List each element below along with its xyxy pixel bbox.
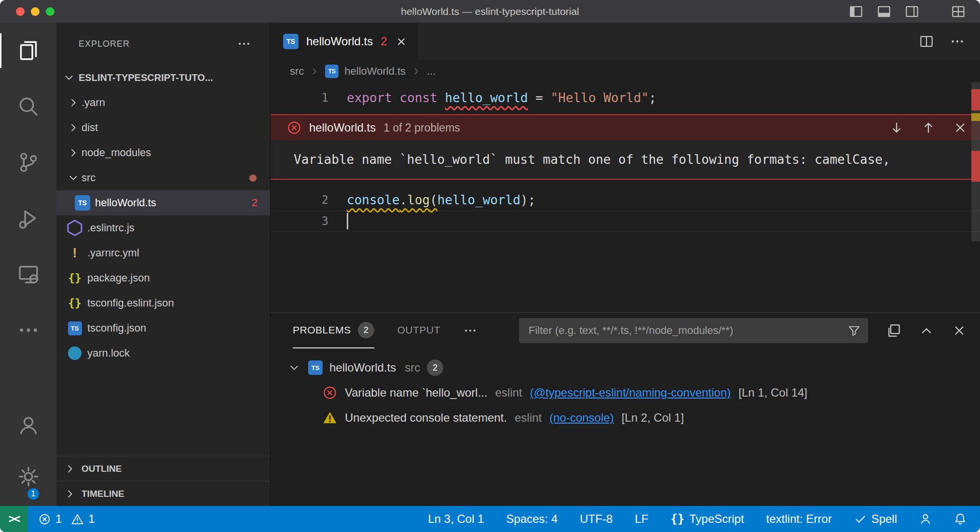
- file-item-src[interactable]: src: [56, 165, 270, 190]
- file-item-tsconfig-eslint-json[interactable]: {}tsconfig.eslint.json: [56, 291, 270, 316]
- next-problem-icon[interactable]: [889, 120, 904, 135]
- close-tab-icon[interactable]: ×: [397, 34, 406, 49]
- file-item-package-json[interactable]: {}package.json: [56, 266, 270, 291]
- file-item-dist[interactable]: dist: [56, 115, 270, 140]
- zoom-window-button[interactable]: [46, 7, 54, 16]
- code-token: =: [528, 91, 551, 105]
- close-window-button[interactable]: [16, 7, 25, 16]
- previous-problem-icon[interactable]: [921, 120, 936, 135]
- status-item-lf[interactable]: LF: [635, 506, 648, 532]
- overview-ruler-error-marker: [971, 89, 980, 110]
- status-warning-count: 1: [88, 512, 95, 526]
- outline-section-header[interactable]: OUTLINE: [56, 456, 270, 481]
- activity-item-explorer[interactable]: [0, 23, 56, 79]
- status-item-spell[interactable]: Spell: [854, 506, 897, 532]
- problem-rule-link[interactable]: (@typescript-eslint/naming-convention): [530, 386, 731, 399]
- problem-row-error[interactable]: Variable name `hello_worl...eslint(@type…: [271, 380, 980, 405]
- activity-item-remote-explorer[interactable]: [0, 246, 56, 302]
- move-panel-icon[interactable]: [886, 323, 901, 338]
- code-token: "Hello World": [551, 91, 649, 105]
- toggle-panel-icon[interactable]: [877, 4, 891, 19]
- problem-location: [Ln 2, Col 1]: [622, 411, 684, 425]
- breadcrumb-folder[interactable]: src: [290, 65, 304, 78]
- status-problems[interactable]: 1 1: [28, 506, 110, 532]
- problem-rule-link[interactable]: (no-console): [549, 411, 613, 425]
- filter-input[interactable]: [529, 324, 848, 337]
- file-item-tsconfig-json[interactable]: TStsconfig.json: [56, 316, 270, 341]
- status-item-bell[interactable]: [954, 506, 966, 532]
- timeline-section-header[interactable]: TIMELINE: [56, 481, 270, 506]
- breadcrumb: src TS helloWorld.ts ...: [271, 60, 980, 82]
- package-json-file-icon: {}: [65, 272, 84, 284]
- split-editor-icon[interactable]: [919, 34, 934, 49]
- file-item--yarn[interactable]: .yarn: [56, 90, 270, 115]
- code-line-1[interactable]: 1export const hello_world = "Hello World…: [271, 87, 980, 108]
- filter-icon[interactable]: [848, 324, 860, 337]
- yarn-icon: [68, 346, 82, 360]
- status-item-spaces-4[interactable]: Spaces: 4: [506, 506, 558, 532]
- file-item--eslintrc-js[interactable]: .eslintrc.js: [56, 215, 270, 240]
- status-item-ln-3-col-1[interactable]: Ln 3, Col 1: [428, 506, 484, 532]
- problem-location: [Ln 1, Col 14]: [738, 386, 807, 399]
- problems-tab-label: PROBLEMS: [293, 324, 351, 336]
- close-panel-icon[interactable]: [952, 323, 966, 338]
- status-label: LF: [635, 512, 648, 526]
- activity-item-source-control[interactable]: [0, 134, 56, 190]
- toggle-secondary-sidebar-icon[interactable]: [905, 4, 919, 19]
- error-icon: [287, 120, 301, 135]
- peek-scrollbar-error-marker: [971, 151, 980, 182]
- project-root-row[interactable]: ESLINT-TYPESCRIPT-TUTO...: [56, 65, 270, 90]
- code-editor[interactable]: 1export const hello_world = "Hello World…: [271, 82, 980, 312]
- problem-row-warning[interactable]: Unexpected console statement.eslint(no-c…: [271, 405, 980, 430]
- maximize-panel-icon[interactable]: [919, 323, 934, 338]
- sidebar-title: EXPLORER: [79, 39, 130, 49]
- editor-more-actions-icon[interactable]: [950, 34, 965, 49]
- tab-output[interactable]: OUTPUT: [397, 313, 440, 348]
- peek-message[interactable]: Variable name `hello_world` must match o…: [271, 140, 980, 179]
- status-item-utf-8[interactable]: UTF-8: [580, 506, 612, 532]
- remote-indicator[interactable]: ><: [0, 506, 28, 532]
- toggle-sidebar-icon[interactable]: [849, 4, 863, 19]
- status-item-feedback[interactable]: [919, 506, 932, 532]
- file-item-node-modules[interactable]: node_modules: [56, 140, 270, 165]
- status-label: UTF-8: [580, 512, 612, 526]
- status-item-typescript[interactable]: {}TypeScript: [670, 506, 744, 532]
- explorer-sidebar: EXPLORER ESLINT-TYPESCRIPT-TUTO... .yarn…: [56, 23, 270, 506]
- file-item-helloworld-ts[interactable]: TShelloWorld.ts2: [56, 190, 270, 215]
- breadcrumb-file[interactable]: helloWorld.ts: [344, 65, 406, 78]
- status-item-textlint-error[interactable]: textlint: Error: [766, 506, 832, 532]
- problems-file-group[interactable]: TS helloWorld.ts src 2: [271, 355, 980, 380]
- timeline-label: TIMELINE: [82, 489, 124, 499]
- folder-chevron-icon: [65, 122, 82, 133]
- problem-rows: Variable name `hello_worl...eslint(@type…: [271, 380, 980, 430]
- activity-item-run-debug[interactable]: [0, 190, 56, 246]
- problem-message: Variable name `hello_worl...: [345, 386, 488, 399]
- code-line-2[interactable]: 2console.log(hello_world);: [271, 189, 980, 211]
- minimize-window-button[interactable]: [31, 7, 40, 16]
- sidebar-more-actions-icon[interactable]: [237, 37, 251, 51]
- close-peek-icon[interactable]: [953, 120, 967, 135]
- activity-item-settings[interactable]: 1: [0, 451, 56, 502]
- warning-icon: [323, 411, 337, 425]
- tab-problems[interactable]: PROBLEMS 2: [293, 313, 374, 348]
- panel-more-tabs-icon[interactable]: [463, 324, 477, 337]
- code-line-3[interactable]: 3: [271, 211, 980, 232]
- problems-count-badge: 2: [358, 322, 374, 338]
- file-problems-badge: 2: [252, 197, 258, 209]
- peek-file-name: helloWorld.ts: [309, 121, 376, 134]
- file-item-yarn-lock[interactable]: yarn.lock: [56, 341, 270, 366]
- yarn-lock-file-icon: [65, 346, 84, 360]
- customize-layout-icon[interactable]: [951, 4, 966, 19]
- folder-chevron-icon: [65, 147, 82, 159]
- status-label: Ln 3, Col 1: [428, 512, 484, 526]
- activity-item-accounts[interactable]: [0, 400, 56, 451]
- problem-source: eslint: [515, 411, 542, 425]
- ellipsis-icon: [17, 319, 40, 341]
- activity-item-search[interactable]: [0, 79, 56, 134]
- window-controls: [0, 7, 54, 16]
- bottom-panel: PROBLEMS 2 OUTPUT: [271, 312, 980, 506]
- file-item--yarnrc-yml[interactable]: !.yarnrc.yml: [56, 240, 270, 266]
- breadcrumb-symbol[interactable]: ...: [427, 65, 436, 78]
- tab-helloworld-ts[interactable]: TS helloWorld.ts 2 ×: [271, 23, 418, 60]
- activity-item-more-views[interactable]: [0, 302, 56, 358]
